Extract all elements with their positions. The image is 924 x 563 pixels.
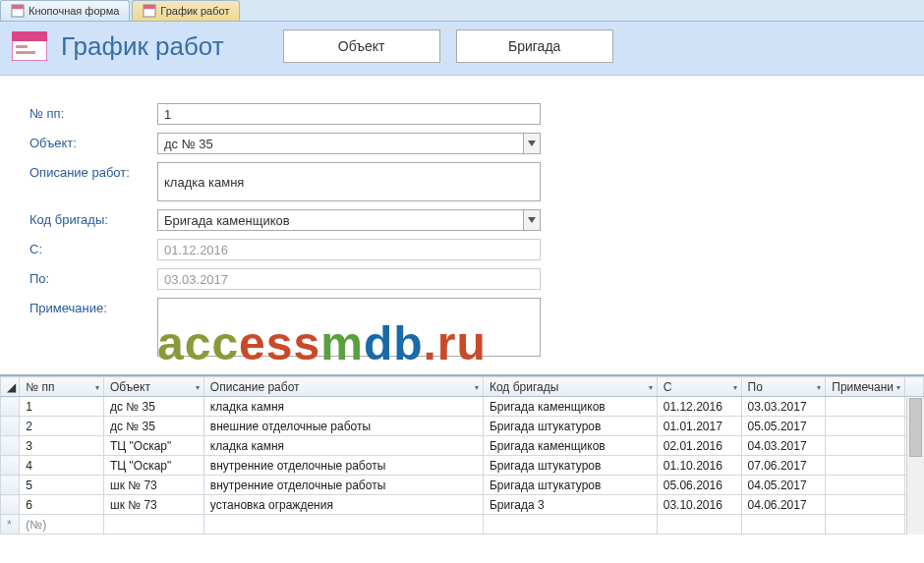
object-combo-dropdown[interactable] [523,133,541,154]
table-row[interactable]: 1дс № 35кладка камняБригада каменщиков01… [1,397,924,417]
new-row-marker[interactable]: * [1,515,20,535]
cell-desc[interactable]: внутренние отделочные работы [203,476,483,495]
page-title: График работ [61,31,224,62]
row-selector[interactable] [1,495,20,515]
table-row[interactable]: 2дс № 35внешние отделочные работыБригада… [1,417,924,436]
svg-rect-1 [12,5,24,9]
table-row[interactable]: 4ТЦ "Оскар"внутренние отделочные работыБ… [1,456,924,476]
brigade-combo-dropdown[interactable] [523,209,541,231]
select-all-cell[interactable]: ◢ [1,377,20,397]
cell-object[interactable]: дс № 35 [104,397,204,417]
cell-note[interactable] [826,476,904,495]
cell-from[interactable]: 03.10.2016 [657,495,741,515]
cell-from[interactable]: 05.06.2016 [657,476,741,495]
label-brigade: Код бригады: [29,209,157,227]
cell-brigade[interactable]: Бригада 3 [483,495,657,515]
table-row[interactable]: 3ТЦ "Оскар"кладка камняБригада каменщико… [1,436,924,456]
row-selector[interactable] [1,397,20,417]
sort-arrow-icon: ▾ [817,383,821,392]
cell-brigade[interactable]: Бригада каменщиков [483,397,657,417]
col-from[interactable]: С▾ [657,377,741,397]
cell-note[interactable] [826,417,904,436]
cell-num[interactable]: 2 [20,417,104,436]
datasheet: ◢ № пп▾ Объект▾ Описание работ▾ Код бриг… [0,374,924,535]
num-field[interactable] [157,103,541,125]
row-selector[interactable] [1,476,20,495]
desc-field[interactable] [157,162,541,201]
cell-note[interactable] [826,397,904,417]
cell-desc[interactable]: установка ограждения [203,495,483,515]
sort-arrow-icon: ▾ [95,383,99,392]
brigade-button[interactable]: Бригада [456,29,613,63]
to-date-field[interactable] [157,268,541,290]
table-row[interactable]: 5шк № 73внутренние отделочные работыБриг… [1,476,924,495]
object-combo[interactable] [157,133,523,154]
cell-num[interactable]: (№) [20,515,104,535]
cell-to[interactable]: 04.06.2017 [741,495,826,515]
table-row[interactable]: 6шк № 73установка огражденияБригада 303.… [1,495,924,515]
cell-desc[interactable]: внутренние отделочные работы [203,456,483,476]
cell-to[interactable]: 07.06.2017 [741,456,826,476]
sort-arrow-icon: ▾ [649,383,653,392]
form-body: № пп: Объект: Описание работ: Код бригад… [0,76,924,374]
cell-brigade[interactable]: Бригада каменщиков [483,436,657,456]
cell-object[interactable]: шк № 73 [104,476,204,495]
tab-schedule[interactable]: График работ [132,0,240,21]
cell-desc[interactable]: кладка камня [203,436,483,456]
label-to: По: [29,268,157,286]
tab-label: График работ [160,5,229,17]
data-table: ◢ № пп▾ Объект▾ Описание работ▾ Код бриг… [0,376,924,535]
cell-to[interactable]: 04.05.2017 [741,476,826,495]
cell-note[interactable] [826,456,904,476]
label-num: № пп: [29,103,157,121]
chevron-down-icon [528,141,536,146]
cell-num[interactable]: 4 [20,456,104,476]
cell-from[interactable]: 02.01.2016 [657,436,741,456]
vertical-scrollbar[interactable] [906,398,924,535]
svg-rect-5 [12,31,47,41]
cell-num[interactable]: 5 [20,476,104,495]
svg-rect-7 [16,51,35,54]
cell-object[interactable]: дс № 35 [104,417,204,436]
from-date-field[interactable] [157,239,541,260]
cell-note[interactable] [826,495,904,515]
tab-label: Кнопочная форма [29,5,119,17]
row-selector[interactable] [1,456,20,476]
object-button[interactable]: Объект [283,29,440,63]
cell-num[interactable]: 6 [20,495,104,515]
cell-desc[interactable]: внешние отделочные работы [203,417,483,436]
cell-num[interactable]: 1 [20,397,104,417]
cell-from[interactable]: 01.01.2017 [657,417,741,436]
cell-brigade[interactable]: Бригада штукатуров [483,476,657,495]
cell-object[interactable]: ТЦ "Оскар" [104,456,204,476]
cell-object[interactable]: ТЦ "Оскар" [104,436,204,456]
form-body-container: № пп: Объект: Описание работ: Код бригад… [0,76,924,374]
sort-arrow-icon: ▾ [896,383,900,392]
cell-brigade[interactable]: Бригада штукатуров [483,417,657,436]
cell-from[interactable]: 01.10.2016 [657,456,741,476]
row-selector[interactable] [1,417,20,436]
new-row[interactable]: *(№) [1,515,924,535]
cell-object[interactable]: шк № 73 [104,495,204,515]
note-field[interactable] [157,298,541,357]
cell-num[interactable]: 3 [20,436,104,456]
cell-to[interactable]: 04.03.2017 [741,436,826,456]
sort-arrow-icon: ▾ [196,383,200,392]
cell-brigade[interactable]: Бригада штукатуров [483,456,657,476]
cell-note[interactable] [826,436,904,456]
cell-to[interactable]: 05.05.2017 [741,417,826,436]
col-to[interactable]: По▾ [741,377,826,397]
col-desc[interactable]: Описание работ▾ [203,377,483,397]
scroll-thumb[interactable] [909,398,922,457]
row-selector[interactable] [1,436,20,456]
tab-button-form[interactable]: Кнопочная форма [0,0,130,21]
col-note[interactable]: Примечани▾ [826,377,904,397]
cell-desc[interactable]: кладка камня [203,397,483,417]
col-object[interactable]: Объект▾ [104,377,204,397]
label-note: Примечание: [29,298,157,315]
brigade-combo[interactable] [157,209,523,231]
cell-to[interactable]: 03.03.2017 [741,397,826,417]
cell-from[interactable]: 01.12.2016 [657,397,741,417]
col-brigade[interactable]: Код бригады▾ [483,377,657,397]
col-num[interactable]: № пп▾ [20,377,104,397]
